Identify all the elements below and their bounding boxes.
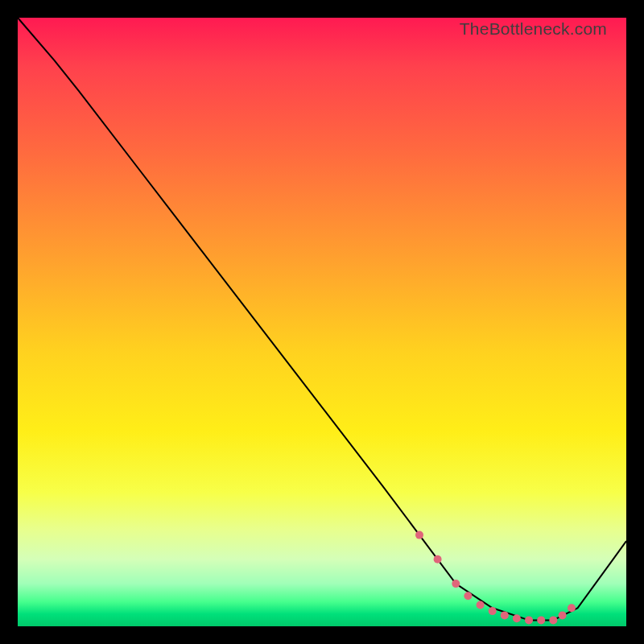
marker-dot: [415, 531, 423, 539]
marker-dot: [489, 607, 497, 615]
curve-line: [18, 18, 626, 620]
marker-dot: [477, 601, 485, 609]
marker-dot: [434, 555, 442, 564]
chart-frame: TheBottleneck.com: [0, 0, 644, 644]
marker-dot: [501, 611, 509, 619]
marker-dot: [464, 592, 472, 600]
marker-dot: [559, 611, 567, 619]
marker-dot: [549, 616, 557, 624]
marker-dot: [452, 580, 460, 588]
plot-area: TheBottleneck.com: [18, 18, 626, 626]
marker-dot: [537, 616, 545, 624]
marker-dots: [415, 531, 576, 625]
series-curve: [18, 18, 626, 620]
chart-svg: [18, 18, 626, 626]
marker-dot: [568, 604, 576, 612]
marker-dot: [525, 616, 533, 624]
marker-dot: [513, 614, 521, 622]
